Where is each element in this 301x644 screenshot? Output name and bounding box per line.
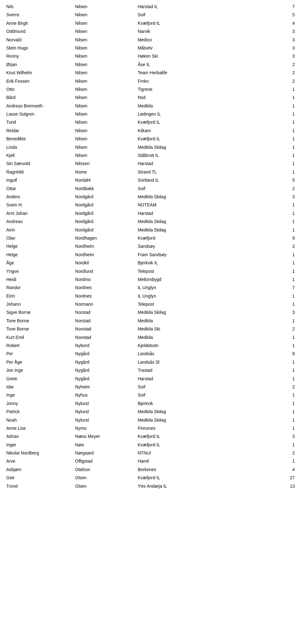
- last-name: Nordgård: [74, 217, 137, 226]
- first-name: Inge: [5, 391, 74, 399]
- first-name: Anne Lise: [5, 424, 74, 432]
- team-name: Medkila Skilag: [136, 193, 271, 201]
- table-row: OlavNordhagenKvæfjord9: [5, 234, 296, 242]
- first-name: Adrian: [5, 432, 74, 440]
- table-row: TrondOlsenYtre Andørja IL13: [5, 482, 296, 490]
- first-name: Ørjan: [5, 60, 74, 69]
- last-name: Olsen: [74, 482, 137, 490]
- last-name: Nordgård: [74, 193, 137, 201]
- table-row: Jon IngeNygårdTrastad1: [5, 366, 296, 374]
- table-row: RobertNybordKjeldebotn1: [5, 341, 296, 350]
- table-row: NorvaldNilsenMedico3: [5, 36, 296, 44]
- first-name: Arve: [5, 457, 74, 465]
- first-name: Robert: [5, 341, 74, 350]
- first-name: Eirin: [5, 292, 74, 300]
- score: 1: [271, 275, 296, 283]
- last-name: Nordmo: [74, 275, 137, 283]
- score: 9: [271, 234, 296, 242]
- team-name: Medkila Skilag: [136, 143, 271, 151]
- first-name: Ragnhild: [5, 168, 74, 176]
- team-name: Fram Sandsøy: [136, 251, 271, 259]
- team-name: Medkila: [136, 333, 271, 341]
- last-name: Nilsen: [74, 85, 137, 93]
- table-row: Anne BirgitNilsenKvæfjord IL4: [5, 19, 296, 27]
- team-name: Kvæfjord IL: [136, 118, 271, 126]
- table-row: EirinNordnesIL Unglyn1: [5, 292, 296, 300]
- last-name: Nylund: [74, 408, 137, 416]
- score: 1: [271, 375, 296, 383]
- table-row: JonnyNylundBjerkvik1: [5, 399, 296, 408]
- last-name: Nordgård: [74, 209, 137, 217]
- team-name: Team Herbalife: [136, 69, 271, 77]
- first-name: Tone Bornø: [5, 317, 74, 325]
- last-name: Nilsen: [74, 69, 137, 77]
- score: 2: [271, 325, 296, 333]
- first-name: Noah: [5, 416, 74, 424]
- score: 1: [271, 168, 296, 176]
- first-name: Åge: [5, 259, 74, 267]
- table-row: ØrjanNilsenÅse IL2: [5, 60, 296, 69]
- score: 1: [271, 333, 296, 341]
- score: 1: [271, 127, 296, 135]
- table-row: RagnhildNomeStrand TL1: [5, 168, 296, 176]
- first-name: Per: [5, 350, 74, 358]
- last-name: Nilsen: [74, 60, 137, 69]
- results-table: NilsNilsenHarstad IL7SverreNilsenSoif5An…: [5, 3, 296, 490]
- team-name: Soif: [136, 383, 271, 391]
- table-row: Knut WilhelmNilsenTeam Herbalife2: [5, 69, 296, 77]
- team-name: Kvæfjord IL: [136, 19, 271, 27]
- score: 1: [271, 267, 296, 275]
- score: 1: [271, 143, 296, 151]
- table-row: Per ÅgeNygårdLandsås Sl1: [5, 358, 296, 366]
- score: 1: [271, 424, 296, 432]
- first-name: Svein H.: [5, 201, 74, 209]
- score: 3: [271, 193, 296, 201]
- table-row: Tove BornøNovstadMedkila Ski2: [5, 325, 296, 333]
- score: 5: [271, 11, 296, 19]
- score: 3: [271, 52, 296, 60]
- team-name: Landsås Sl: [136, 358, 271, 366]
- score: 5: [271, 176, 296, 184]
- table-row: NoahNylundMedkila Skilag1: [5, 416, 296, 424]
- first-name: Nikolai Nordberg: [5, 449, 74, 457]
- last-name: Nilsen: [74, 118, 137, 126]
- table-row: Stein HugoNilsenMålselv3: [5, 44, 296, 52]
- table-row: IngeNyhusSoif1: [5, 391, 296, 399]
- first-name: Patrick: [5, 408, 74, 416]
- team-name: Harstad: [136, 209, 271, 217]
- last-name: Nordheim: [74, 251, 137, 259]
- table-row: OttoNilsenTigrene1: [5, 85, 296, 93]
- team-name: Medico: [136, 36, 271, 44]
- last-name: Nordhagen: [74, 234, 137, 242]
- last-name: Novstad: [74, 325, 137, 333]
- table-row: Sigve BornøNorstadMedkila Skilag3: [5, 308, 296, 316]
- table-row: PatrickNylundMedkila Skilag1: [5, 408, 296, 416]
- team-name: Narvik: [136, 27, 271, 35]
- last-name: Nome: [74, 168, 137, 176]
- score: 1: [271, 251, 296, 259]
- score: 1: [271, 159, 296, 168]
- last-name: Nordgård: [74, 226, 137, 234]
- team-name: Bjerkvik IL: [136, 259, 271, 267]
- last-name: Nordgård: [74, 201, 137, 209]
- last-name: Nilsen: [74, 110, 137, 118]
- team-name: Strand TL: [136, 168, 271, 176]
- team-name: Kjeldebotn: [136, 341, 271, 350]
- last-name: Nygård: [74, 358, 137, 366]
- last-name: Næss Meyer: [74, 432, 137, 440]
- team-name: IL Unglyn: [136, 292, 271, 300]
- first-name: Yngve: [5, 267, 74, 275]
- first-name: Jonny: [5, 399, 74, 408]
- score: 1: [271, 292, 296, 300]
- last-name: Nørgaard: [74, 449, 137, 457]
- last-name: Offigstad: [74, 457, 137, 465]
- score: 4: [271, 465, 296, 474]
- table-row: PerNygårdLandsås8: [5, 350, 296, 358]
- score: 3: [271, 308, 296, 316]
- first-name: Randor: [5, 283, 74, 292]
- first-name: Oddmund: [5, 27, 74, 35]
- team-name: Tigrene: [136, 85, 271, 93]
- table-row: RonnyNilsenHøken Ski3: [5, 52, 296, 60]
- first-name: Bård: [5, 93, 74, 101]
- last-name: Nilsen: [74, 27, 137, 35]
